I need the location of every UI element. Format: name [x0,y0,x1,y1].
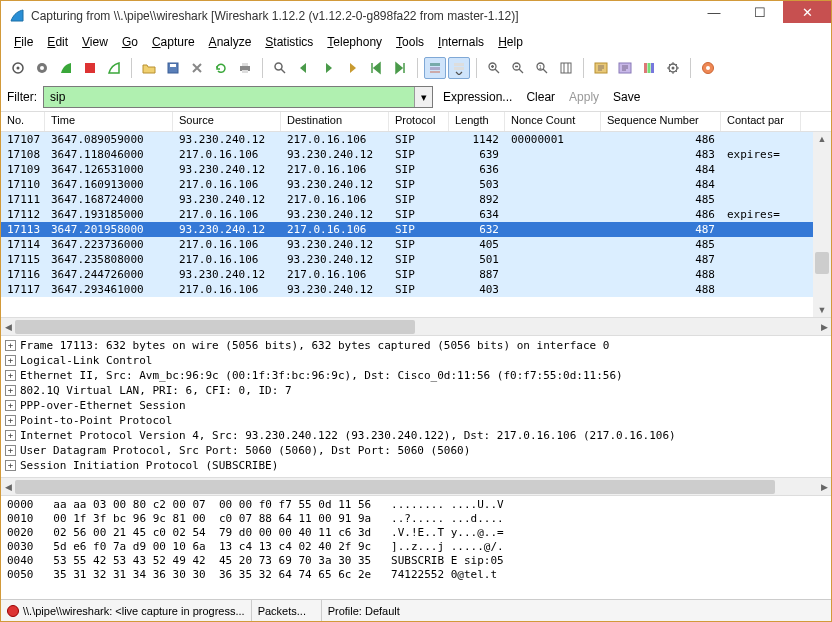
display-filters-icon[interactable] [614,57,636,79]
tree-item[interactable]: +Session Initiation Protocol (SUBSCRIBE) [5,458,827,473]
stop-capture-icon[interactable] [79,57,101,79]
scroll-left-icon[interactable]: ◀ [1,318,15,336]
zoom-in-icon[interactable] [483,57,505,79]
table-row[interactable]: 171073647.08905900093.230.240.12217.0.16… [1,132,831,147]
filter-input[interactable] [44,87,414,107]
print-icon[interactable] [234,57,256,79]
menu-view[interactable]: View [75,33,115,51]
menu-go[interactable]: Go [115,33,145,51]
status-profile[interactable]: Profile: Default [322,600,831,621]
close-button[interactable]: ✕ [783,1,831,23]
interfaces-icon[interactable] [7,57,29,79]
apply-button[interactable]: Apply [565,90,603,104]
clear-button[interactable]: Clear [522,90,559,104]
preferences-icon[interactable] [662,57,684,79]
menu-capture[interactable]: Capture [145,33,202,51]
colorize-icon[interactable] [424,57,446,79]
tree-item[interactable]: +Internet Protocol Version 4, Src: 93.23… [5,428,827,443]
hscrollbar[interactable]: ◀ ▶ [1,317,831,335]
table-row[interactable]: 171153647.235808000217.0.16.10693.230.24… [1,252,831,267]
column-header[interactable]: Time [45,112,173,131]
table-row[interactable]: 171113647.16872400093.230.240.12217.0.16… [1,192,831,207]
column-header[interactable]: Nonce Count [505,112,601,131]
expand-icon[interactable]: + [5,445,16,456]
expand-icon[interactable]: + [5,355,16,366]
expression-button[interactable]: Expression... [439,90,516,104]
close-file-icon[interactable] [186,57,208,79]
expand-icon[interactable]: + [5,370,16,381]
menu-help[interactable]: Help [491,33,530,51]
reload-icon[interactable] [210,57,232,79]
maximize-button[interactable]: ☐ [737,1,783,23]
status-packets[interactable]: Packets... [252,600,322,621]
hscrollbar-details[interactable]: ◀ ▶ [1,477,831,495]
save-button[interactable]: Save [609,90,644,104]
table-row[interactable]: 171123647.193185000217.0.16.10693.230.24… [1,207,831,222]
scroll-down-icon[interactable]: ▼ [813,303,831,317]
scroll-thumb[interactable] [15,480,775,494]
tree-item[interactable]: +User Datagram Protocol, Src Port: 5060 … [5,443,827,458]
scroll-left-icon[interactable]: ◀ [1,478,15,496]
packet-list-rows[interactable]: 171073647.08905900093.230.240.12217.0.16… [1,132,831,297]
scroll-thumb[interactable] [15,320,415,334]
go-forward-icon[interactable] [317,57,339,79]
scroll-up-icon[interactable]: ▲ [813,132,831,146]
packet-details-pane[interactable]: +Frame 17113: 632 bytes on wire (5056 bi… [1,335,831,477]
expand-icon[interactable]: + [5,340,16,351]
tree-item[interactable]: +Logical-Link Control [5,353,827,368]
vscrollbar[interactable]: ▲ ▼ [813,132,831,317]
menu-telephony[interactable]: Telephony [320,33,389,51]
open-file-icon[interactable] [138,57,160,79]
minimize-button[interactable]: — [691,1,737,23]
menu-internals[interactable]: Internals [431,33,491,51]
column-header[interactable]: Protocol [389,112,449,131]
coloring-rules-icon[interactable] [638,57,660,79]
tree-item[interactable]: +Ethernet II, Src: Avm_bc:96:9c (00:1f:3… [5,368,827,383]
scroll-thumb[interactable] [815,252,829,274]
column-header[interactable]: Length [449,112,505,131]
restart-capture-icon[interactable] [103,57,125,79]
expand-icon[interactable]: + [5,415,16,426]
resize-columns-icon[interactable] [555,57,577,79]
menu-analyze[interactable]: Analyze [202,33,259,51]
go-last-icon[interactable] [389,57,411,79]
menu-file[interactable]: File [7,33,40,51]
help-icon[interactable] [697,57,719,79]
autoscroll-icon[interactable] [448,57,470,79]
column-header[interactable]: Source [173,112,281,131]
go-back-icon[interactable] [293,57,315,79]
expand-icon[interactable]: + [5,430,16,441]
column-header[interactable]: Destination [281,112,389,131]
column-header[interactable]: Sequence Number [601,112,721,131]
table-row[interactable]: 171093647.12653100093.230.240.12217.0.16… [1,162,831,177]
expand-icon[interactable]: + [5,400,16,411]
filter-dropdown[interactable]: ▾ [414,87,432,107]
tree-item[interactable]: +802.1Q Virtual LAN, PRI: 6, CFI: 0, ID:… [5,383,827,398]
save-file-icon[interactable] [162,57,184,79]
scroll-right-icon[interactable]: ▶ [817,318,831,336]
zoom-out-icon[interactable] [507,57,529,79]
column-header[interactable]: No. [1,112,45,131]
column-header[interactable]: Contact par [721,112,801,131]
menu-tools[interactable]: Tools [389,33,431,51]
expand-icon[interactable]: + [5,385,16,396]
menu-edit[interactable]: Edit [40,33,75,51]
table-row[interactable]: 171163647.24472600093.230.240.12217.0.16… [1,267,831,282]
capture-filters-icon[interactable] [590,57,612,79]
table-row[interactable]: 171133647.20195800093.230.240.12217.0.16… [1,222,831,237]
packet-bytes-pane[interactable]: 0000 aa aa 03 00 80 c2 00 07 00 00 f0 f7… [1,495,831,599]
tree-item[interactable]: +Point-to-Point Protocol [5,413,827,428]
go-first-icon[interactable] [365,57,387,79]
table-row[interactable]: 171173647.293461000217.0.16.10693.230.24… [1,282,831,297]
start-capture-icon[interactable] [55,57,77,79]
tree-item[interactable]: +PPP-over-Ethernet Session [5,398,827,413]
expand-icon[interactable]: + [5,460,16,471]
tree-item[interactable]: +Frame 17113: 632 bytes on wire (5056 bi… [5,338,827,353]
table-row[interactable]: 171083647.118046000217.0.16.10693.230.24… [1,147,831,162]
expert-info-icon[interactable] [7,605,19,617]
table-row[interactable]: 171103647.160913000217.0.16.10693.230.24… [1,177,831,192]
find-icon[interactable] [269,57,291,79]
menu-statistics[interactable]: Statistics [258,33,320,51]
scroll-right-icon[interactable]: ▶ [817,478,831,496]
table-row[interactable]: 171143647.223736000217.0.16.10693.230.24… [1,237,831,252]
